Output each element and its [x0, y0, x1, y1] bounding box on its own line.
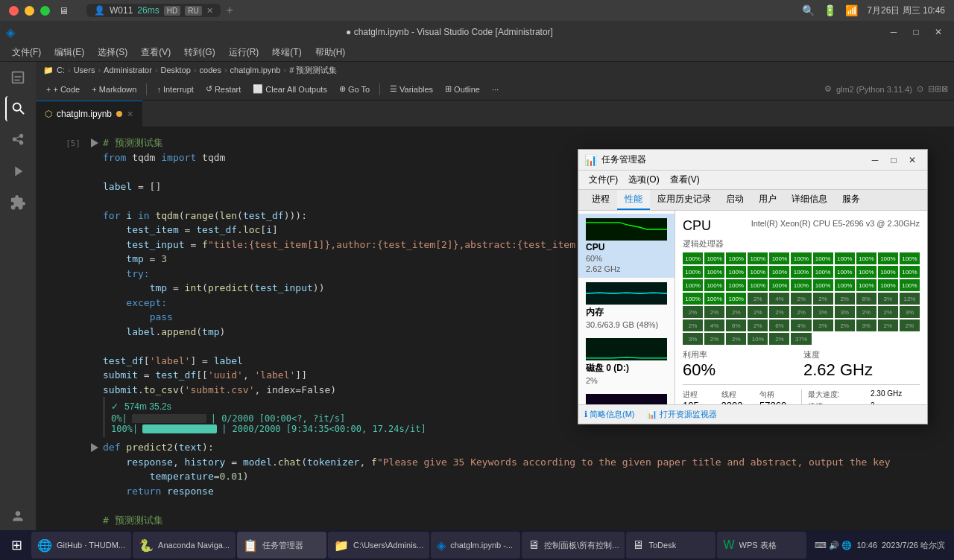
tm-util-label2: 利用率 — [683, 349, 799, 360]
tm-tabs: 进程 性能 应用历史记录 启动 用户 详细信息 服务 — [578, 190, 927, 211]
tm-minimize-btn[interactable]: ─ — [866, 153, 884, 168]
act-extensions[interactable] — [5, 190, 31, 215]
tm-close-btn[interactable]: ✕ — [903, 153, 921, 168]
monitor-icon: 📊 — [647, 410, 657, 419]
tm-processes: 进程 105 — [683, 389, 718, 404]
cpu-cell: 100% — [791, 252, 811, 264]
act-run-debug[interactable] — [5, 159, 31, 184]
btn-clear-outputs[interactable]: ⬜ Clear All Outputs — [248, 83, 332, 95]
bc-codes[interactable]: codes — [200, 66, 221, 74]
win-controls: ─ □ ✕ — [884, 25, 948, 39]
cpu-cell: 100% — [769, 279, 789, 291]
cpu-cell: 100% — [769, 252, 789, 264]
tm-tab-startup[interactable]: 启动 — [718, 190, 751, 210]
win-minimize-btn[interactable]: ─ — [884, 25, 903, 39]
act-search[interactable] — [5, 96, 31, 121]
btn-variables[interactable]: ☰ Variables — [385, 83, 437, 95]
mac-icon-battery: 🔋 — [824, 4, 836, 16]
tm-menu-view[interactable]: 查看(V) — [666, 172, 704, 188]
tb-item-taskmgr[interactable]: 📋 任务管理器 — [237, 532, 326, 559]
menu-goto[interactable]: 转到(G) — [178, 45, 221, 60]
btn-more[interactable]: ··· — [487, 83, 503, 95]
btn-restart[interactable]: ↺ Restart — [201, 83, 245, 95]
tm-restore-btn[interactable]: □ — [885, 153, 903, 168]
menu-file[interactable]: 文件(F) — [6, 45, 47, 60]
mac-icon-search[interactable]: 🔍 — [802, 4, 815, 16]
tm-sidebar-disk[interactable]: 磁盘 0 (D:) 2% — [578, 334, 675, 389]
cell-6-code[interactable]: def predict2(text): response, history = … — [103, 440, 948, 544]
menu-view[interactable]: 查看(V) — [135, 45, 177, 60]
bc-notebook[interactable]: chatglm.ipynb — [230, 66, 281, 74]
tb-item-wps[interactable]: W WPS 表格 — [717, 532, 806, 559]
tm-tab-processes[interactable]: 进程 — [584, 190, 617, 210]
mac-close-btn[interactable] — [9, 6, 19, 16]
tm-utilization: 利用率 60% — [683, 349, 799, 380]
btn-add-code[interactable]: + + Code — [42, 83, 84, 95]
cpu-cell: 2% — [835, 319, 855, 331]
tm-tab-users[interactable]: 用户 — [751, 190, 784, 210]
btn-outline[interactable]: ⊞ Outline — [440, 83, 484, 95]
tb-start-btn[interactable]: ⊞ — [3, 532, 30, 559]
act-source-control[interactable] — [5, 127, 31, 153]
tb-item-github[interactable]: 🌐 GitHub · THUDM... — [31, 532, 131, 559]
btn-goto[interactable]: ⊕ Go To — [335, 83, 374, 95]
menu-help[interactable]: 帮助(H) — [309, 45, 352, 60]
cpu-cell: 100% — [748, 279, 768, 291]
tm-menu-file[interactable]: 文件(F) — [584, 172, 622, 188]
tm-tab-services[interactable]: 服务 — [835, 190, 868, 210]
bc-path[interactable]: C: — [57, 66, 65, 74]
win-restore-btn[interactable]: □ — [906, 25, 926, 39]
act-account[interactable] — [5, 503, 31, 529]
kernel-name[interactable]: glm2 (Python 3.11.4) — [836, 85, 912, 94]
tm-handles: 句柄 57260 — [759, 389, 795, 404]
mac-tab[interactable]: 👤 W011 26ms HD RU ✕ — [86, 4, 221, 17]
tab-modified-dot — [116, 111, 122, 117]
tb-anaconda-label: Anaconda Naviga... — [158, 541, 230, 550]
tm-sidebar-memory[interactable]: 内存 30.6/63.9 GB (48%) — [578, 278, 675, 334]
run-triangle-icon2 — [91, 443, 98, 452]
tb-item-todesk[interactable]: 🖥 ToDesk — [626, 532, 716, 559]
menu-terminal[interactable]: 终端(T) — [266, 45, 307, 60]
bc-users[interactable]: Users — [74, 66, 95, 74]
outline-icon: ⊞ — [445, 84, 452, 94]
tm-tab-app-history[interactable]: 应用历史记录 — [650, 190, 718, 210]
mac-tab-close[interactable]: ✕ — [206, 6, 213, 16]
cell-6-run-btn[interactable] — [86, 440, 103, 544]
menu-selection[interactable]: 选择(S) — [92, 45, 133, 60]
tm-open-monitor-link[interactable]: 📊 打开资源监视器 — [647, 409, 717, 420]
menu-edit[interactable]: 编辑(E) — [48, 45, 90, 60]
cell-5-run-btn[interactable] — [86, 136, 103, 437]
tm-tab-details[interactable]: 详细信息 — [784, 190, 835, 210]
menu-run[interactable]: 运行(R) — [223, 45, 265, 60]
bc-desktop[interactable]: Desktop — [161, 66, 191, 74]
cpu-cell: 100% — [900, 252, 920, 264]
cpu-cell: 100% — [683, 279, 703, 291]
bc-section[interactable]: # 预测测试集 — [289, 65, 337, 76]
win-close-btn[interactable]: ✕ — [929, 25, 948, 39]
tb-item-anaconda[interactable]: 🐍 Anaconda Naviga... — [133, 532, 236, 559]
bc-admin[interactable]: Administrator — [104, 66, 152, 74]
btn-add-markdown[interactable]: + Markdown — [87, 83, 141, 95]
tb-item-vscode[interactable]: ◈ chatglm.ipynb -... — [431, 532, 520, 559]
tm-sidebar-cpu[interactable]: CPU 60% 2.62 GHz — [578, 214, 675, 278]
mac-add-tab[interactable]: + — [227, 4, 233, 17]
tm-title-icon: 📊 — [584, 154, 597, 166]
goto-icon: ⊕ — [339, 84, 346, 94]
tm-cpu-speed: 2.62 GHz — [586, 264, 667, 273]
cpu-cell: 100% — [856, 279, 876, 291]
act-explorer[interactable] — [5, 65, 31, 90]
tb-item-explorer[interactable]: 📁 C:\Users\Adminis... — [328, 532, 429, 559]
tb-item-control[interactable]: 🖥 控制面板\所有控制... — [522, 532, 625, 559]
tab-chatglm[interactable]: ⬡ chatglm.ipynb ✕ — [36, 101, 142, 127]
tm-sidebar-eth1[interactable]: 以太网 连接断开 — [578, 389, 675, 404]
tab-close-btn[interactable]: ✕ — [127, 109, 133, 119]
mac-minimize-btn[interactable] — [25, 6, 34, 16]
plus-md-icon: + — [92, 85, 96, 94]
mac-maximize-btn[interactable] — [40, 6, 50, 16]
tm-summary-link[interactable]: ℹ 简略信息(M) — [584, 409, 635, 420]
tm-menu-options[interactable]: 选项(O) — [624, 172, 663, 188]
tm-speed-value: 2.62 GHz — [803, 360, 920, 380]
tm-tab-performance[interactable]: 性能 — [617, 190, 650, 210]
btn-interrupt[interactable]: ↑ Interrupt — [152, 83, 198, 95]
cpu-cell: 100% — [791, 279, 811, 291]
